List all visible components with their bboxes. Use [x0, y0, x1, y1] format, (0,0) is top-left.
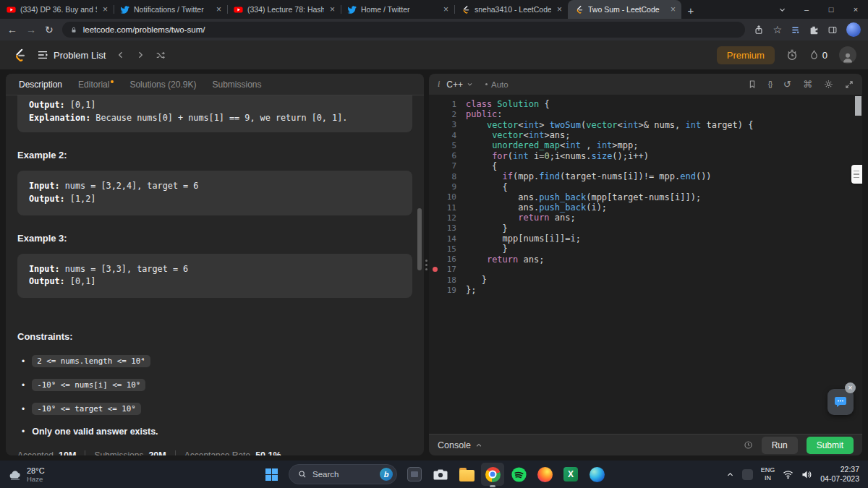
tab-close-icon[interactable]: ×: [328, 4, 336, 14]
next-problem-button[interactable]: [136, 51, 145, 59]
share-icon[interactable]: [754, 25, 764, 35]
code-line[interactable]: 1class Solution {: [429, 99, 862, 109]
camera-app-button[interactable]: [429, 463, 452, 486]
breakpoint-icon[interactable]: [429, 267, 441, 272]
code-line[interactable]: 12 return ans;: [429, 213, 862, 223]
tab-close-icon[interactable]: ×: [556, 4, 563, 14]
tab-close-icon[interactable]: ×: [215, 4, 223, 14]
code-line[interactable]: 10 ans.push_back(mpp[target-nums[i]]);: [429, 192, 862, 202]
extension-pull-tab[interactable]: [851, 165, 862, 184]
code-line[interactable]: 3 vector<int> twoSum(vector<int>& nums, …: [429, 120, 862, 130]
code-line[interactable]: 18 }: [429, 275, 862, 285]
line-number: 4: [441, 131, 456, 140]
browser-tab[interactable]: Home / Twitter×: [341, 0, 454, 19]
code-line[interactable]: 2public:: [429, 109, 862, 119]
tab-close-icon[interactable]: ×: [101, 4, 109, 14]
streak-count: 0: [822, 50, 827, 61]
run-button[interactable]: Run: [762, 437, 798, 454]
editor-toolbar: i C++ Auto {} ↺ ⌘: [429, 74, 862, 95]
streak-counter[interactable]: 0: [809, 50, 827, 61]
extension-list-icon[interactable]: [791, 25, 800, 35]
code-editor[interactable]: 1class Solution {2public:3 vector<int> t…: [429, 95, 862, 434]
edge-button[interactable]: [585, 463, 608, 486]
weather-widget[interactable]: 28°C Haze: [9, 466, 45, 483]
shuffle-icon[interactable]: [156, 51, 166, 60]
editor-scrollbar[interactable]: [855, 96, 861, 116]
panel-resize-handle[interactable]: [424, 74, 429, 455]
new-tab-button[interactable]: +: [681, 1, 700, 19]
settings-gear-icon[interactable]: [824, 80, 833, 89]
timer-small-icon[interactable]: [744, 440, 753, 450]
taskbar-clock[interactable]: 22:37 04-07-2023: [820, 465, 859, 484]
language-selector[interactable]: C++: [446, 80, 473, 90]
code-line[interactable]: 15 }: [429, 244, 862, 254]
chat-widget: ×: [827, 389, 854, 415]
problem-list-link[interactable]: Problem List: [38, 50, 106, 61]
tab-description[interactable]: Description: [19, 80, 62, 90]
browser-tab[interactable]: (334) Lecture 78: Hashmaps×: [227, 0, 341, 19]
firefox-button[interactable]: [533, 463, 556, 486]
bookmark-icon[interactable]: [748, 80, 757, 89]
browser-tab[interactable]: (334) DP 36. Buy and Sell St×: [0, 0, 114, 19]
code-line[interactable]: 13 }: [429, 223, 862, 234]
address-bar[interactable]: leetcode.com/problems/two-sum/: [62, 22, 746, 38]
browser-profile-avatar[interactable]: [846, 22, 861, 37]
maximize-button[interactable]: □: [819, 0, 843, 19]
tab-editorial[interactable]: Editorial: [78, 80, 114, 90]
browser-tab[interactable]: Two Sum - LeetCode×: [568, 0, 681, 19]
code-line[interactable]: 6 for(int i=0;i<nums.size();i++): [429, 150, 862, 160]
excel-button[interactable]: X: [559, 463, 582, 486]
premium-button[interactable]: Premium: [717, 46, 775, 64]
code-line[interactable]: 8 if(mpp.find(target-nums[i])!= mpp.end(…: [429, 171, 862, 181]
fullscreen-icon[interactable]: [845, 80, 854, 89]
volume-icon[interactable]: [801, 470, 812, 479]
code-line[interactable]: 17: [429, 265, 862, 275]
bookmark-star-icon[interactable]: ☆: [773, 25, 782, 35]
code-line[interactable]: 7 {: [429, 161, 862, 171]
code-line[interactable]: 4 vector<int>ans;: [429, 130, 862, 140]
description-scrollbar[interactable]: [417, 208, 422, 270]
wifi-icon[interactable]: [783, 470, 793, 479]
user-avatar[interactable]: [839, 46, 856, 64]
start-button[interactable]: [260, 463, 283, 486]
tab-close-icon[interactable]: ×: [442, 4, 450, 14]
timer-icon[interactable]: [786, 49, 798, 61]
close-window-button[interactable]: ×: [843, 0, 868, 19]
app-window-button[interactable]: [403, 463, 426, 486]
extensions-puzzle-icon[interactable]: [809, 25, 819, 35]
language-indicator[interactable]: ENG IN: [761, 466, 775, 482]
code-line[interactable]: 14 mpp[nums[i]]=i;: [429, 234, 862, 244]
minimize-button[interactable]: –: [794, 0, 819, 19]
reload-button[interactable]: ↻: [45, 25, 54, 35]
tab-solutions[interactable]: Solutions (20.9K): [129, 80, 196, 90]
code-line[interactable]: 19};: [429, 285, 862, 295]
tray-app-icon[interactable]: [742, 469, 753, 480]
tab-search-chevron[interactable]: [770, 0, 794, 19]
back-button[interactable]: ←: [7, 25, 17, 35]
file-explorer-button[interactable]: [455, 463, 478, 486]
forward-button[interactable]: →: [26, 25, 36, 35]
submit-button[interactable]: Submit: [807, 437, 854, 454]
tray-expand-chevron[interactable]: [726, 471, 734, 479]
browser-tab[interactable]: Notifications / Twitter×: [114, 0, 227, 19]
bing-icon[interactable]: b: [380, 468, 393, 481]
tab-submissions[interactable]: Submissions: [212, 80, 261, 90]
format-code-icon[interactable]: {}: [768, 80, 772, 88]
leetcode-logo[interactable]: [12, 48, 27, 63]
code-line[interactable]: 11 ans.push_back(i);: [429, 202, 862, 213]
prev-problem-button[interactable]: [116, 51, 125, 59]
reset-code-icon[interactable]: ↺: [783, 80, 791, 89]
spotify-button[interactable]: [507, 463, 530, 486]
browser-tab[interactable]: sneha3410 - LeetCode Prof×: [454, 0, 568, 19]
code-line[interactable]: 16 return ans;: [429, 254, 862, 264]
console-toggle[interactable]: Console: [438, 440, 482, 450]
code-line[interactable]: 9 {: [429, 181, 862, 192]
taskbar-search[interactable]: Search b: [289, 464, 397, 484]
sidebar-icon[interactable]: [827, 25, 838, 35]
tab-close-icon[interactable]: ×: [669, 4, 677, 14]
shortcuts-icon[interactable]: ⌘: [803, 80, 812, 89]
chrome-button[interactable]: [481, 463, 504, 486]
code-line[interactable]: 5 unordered_map<int , int>mpp;: [429, 140, 862, 150]
chat-close-icon[interactable]: ×: [845, 382, 856, 393]
constraint-item: -10⁹ <= target <= 10⁹: [22, 403, 412, 415]
